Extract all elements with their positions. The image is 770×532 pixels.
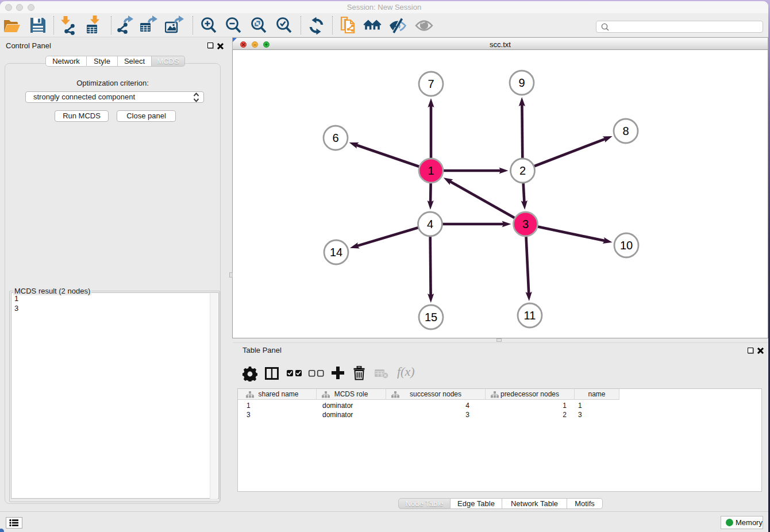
svg-text:2: 2 [519,164,526,177]
svg-text:1: 1 [428,164,434,177]
svg-text:10: 10 [620,239,633,252]
svg-text:4: 4 [427,218,433,230]
svg-text:8: 8 [622,125,629,137]
svg-text:3: 3 [522,218,529,230]
svg-text:11: 11 [524,309,536,322]
svg-text:14: 14 [330,246,342,259]
svg-text:15: 15 [425,311,437,323]
svg-text:f(x): f(x) [397,366,415,379]
svg-text:7: 7 [428,78,434,90]
svg-text:9: 9 [518,76,525,89]
svg-text:6: 6 [332,132,338,144]
